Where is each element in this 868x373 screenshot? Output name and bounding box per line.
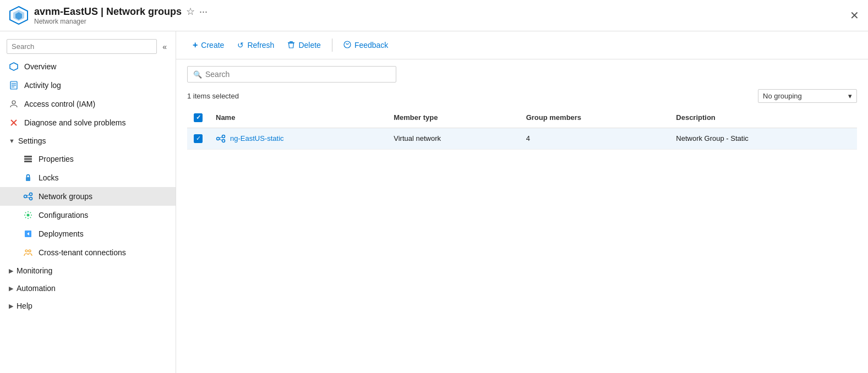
table-row[interactable]: ng-EastUS-static Virtual network 4 Netwo… <box>187 128 857 149</box>
table-header-description: Description <box>669 107 857 128</box>
sidebar-section-label: Settings <box>18 136 46 145</box>
row-checkbox[interactable] <box>194 134 203 143</box>
toolbar-separator <box>332 39 332 52</box>
svg-line-30 <box>220 137 222 138</box>
properties-icon <box>23 154 33 164</box>
table-header-group-members: Group members <box>520 107 670 128</box>
svg-line-31 <box>220 139 222 140</box>
refresh-label: Refresh <box>247 41 274 50</box>
more-options-button[interactable]: ··· <box>199 6 208 18</box>
row-member-type: Virtual network <box>387 128 519 149</box>
main-layout: « Overview Activity log Access control (… <box>0 31 868 373</box>
table-header-member-type: Member type <box>387 107 519 128</box>
content-search-icon: 🔍 <box>193 70 202 79</box>
grouping-dropdown[interactable]: No grouping ▾ <box>758 89 857 103</box>
sidebar-section-settings[interactable]: ▼ Settings <box>0 132 176 150</box>
diagnose-icon <box>9 118 19 128</box>
create-label: Create <box>201 41 224 50</box>
svg-point-20 <box>27 214 30 217</box>
activity-log-icon <box>9 80 19 90</box>
svg-rect-13 <box>24 161 32 162</box>
sidebar-item-label: Diagnose and solve problems <box>24 118 125 127</box>
sidebar-collapse-button[interactable]: « <box>160 41 169 52</box>
close-button[interactable]: ✕ <box>850 9 859 22</box>
content-search-row: 🔍 <box>176 59 868 87</box>
favorite-button[interactable]: ☆ <box>186 6 195 18</box>
svg-point-29 <box>222 139 225 142</box>
sidebar-section-monitoring[interactable]: ▶ Monitoring <box>0 262 176 279</box>
sidebar-item-activity-log[interactable]: Activity log <box>0 76 176 95</box>
sidebar-item-label: Overview <box>24 62 56 71</box>
grouping-chevron-icon: ▾ <box>848 92 852 100</box>
overview-icon <box>9 62 19 72</box>
header-title-block: avnm-EastUS | Network groups ☆ ··· Netwo… <box>34 6 208 25</box>
sidebar-item-label: Configurations <box>39 211 88 220</box>
sidebar-section-help[interactable]: ▶ Help <box>0 297 176 315</box>
row-group-members: 4 <box>520 128 670 149</box>
sidebar: « Overview Activity log Access control (… <box>0 31 176 373</box>
deployments-icon <box>23 229 33 239</box>
row-name-icon <box>216 134 226 144</box>
iam-icon <box>9 99 19 109</box>
create-icon: + <box>193 40 198 50</box>
delete-button[interactable]: Delete <box>282 37 326 53</box>
sidebar-item-locks[interactable]: Locks <box>0 168 176 187</box>
sidebar-item-cross-tenant[interactable]: Cross-tenant connections <box>0 243 176 262</box>
sidebar-item-properties[interactable]: Properties <box>0 150 176 168</box>
content-search-input[interactable] <box>205 70 390 79</box>
netgroups-icon <box>23 191 33 201</box>
sidebar-item-deployments[interactable]: Deployments <box>0 224 176 243</box>
sidebar-search-row: « <box>0 36 176 57</box>
sidebar-item-label: Activity log <box>24 81 61 90</box>
row-name-link[interactable]: ng-EastUS-static <box>216 134 380 144</box>
locks-icon <box>23 173 33 183</box>
row-name[interactable]: ng-EastUS-static <box>209 128 387 149</box>
table-header-name: Name <box>209 107 387 128</box>
sidebar-item-access-control[interactable]: Access control (IAM) <box>0 95 176 113</box>
svg-point-28 <box>222 135 225 138</box>
feedback-icon <box>343 41 351 50</box>
feedback-button[interactable]: Feedback <box>338 37 394 53</box>
feedback-label: Feedback <box>354 41 388 50</box>
sidebar-section-label: Automation <box>17 284 56 293</box>
refresh-icon: ↺ <box>237 41 244 50</box>
svg-marker-3 <box>10 63 18 70</box>
configs-icon <box>23 210 33 220</box>
sidebar-item-network-groups[interactable]: Network groups <box>0 187 176 206</box>
create-button[interactable]: + Create <box>187 37 230 53</box>
app-logo <box>9 6 29 25</box>
svg-rect-12 <box>24 158 32 160</box>
svg-point-16 <box>30 193 32 196</box>
sidebar-item-overview[interactable]: Overview <box>0 57 176 76</box>
svg-point-15 <box>24 195 27 198</box>
page-subtitle: Network manager <box>34 18 208 25</box>
sidebar-item-diagnose[interactable]: Diagnose and solve problems <box>0 113 176 132</box>
svg-line-18 <box>27 195 30 196</box>
sidebar-item-configurations[interactable]: Configurations <box>0 206 176 224</box>
refresh-button[interactable]: ↺ Refresh <box>232 37 280 53</box>
svg-rect-11 <box>24 156 32 157</box>
sidebar-search-input[interactable] <box>7 39 157 54</box>
content-area: + Create ↺ Refresh Delete Feedback <box>176 31 868 373</box>
page-title-text: avnm-EastUS | Network groups <box>34 6 182 18</box>
sidebar-section-label: Monitoring <box>17 266 52 275</box>
svg-point-17 <box>30 198 32 200</box>
sidebar-item-label: Properties <box>39 155 74 163</box>
svg-point-23 <box>29 250 31 252</box>
table-area: Name Member type Group members Descripti… <box>176 107 868 373</box>
header-checkbox[interactable] <box>194 113 203 122</box>
sidebar-section-automation[interactable]: ▶ Automation <box>0 279 176 297</box>
svg-point-8 <box>12 101 15 104</box>
automation-chevron-icon: ▶ <box>9 285 13 292</box>
svg-line-19 <box>27 197 30 198</box>
table-header-checkbox[interactable] <box>187 107 209 128</box>
sidebar-item-label: Deployments <box>39 229 84 238</box>
svg-rect-14 <box>26 177 30 181</box>
settings-chevron-icon: ▼ <box>9 138 15 144</box>
svg-rect-25 <box>290 41 293 42</box>
row-checkbox-cell[interactable] <box>187 128 209 149</box>
sidebar-item-label: Cross-tenant connections <box>39 248 126 257</box>
help-chevron-icon: ▶ <box>9 303 13 310</box>
row-description: Network Group - Static <box>669 128 857 149</box>
sidebar-item-label: Locks <box>39 173 59 182</box>
